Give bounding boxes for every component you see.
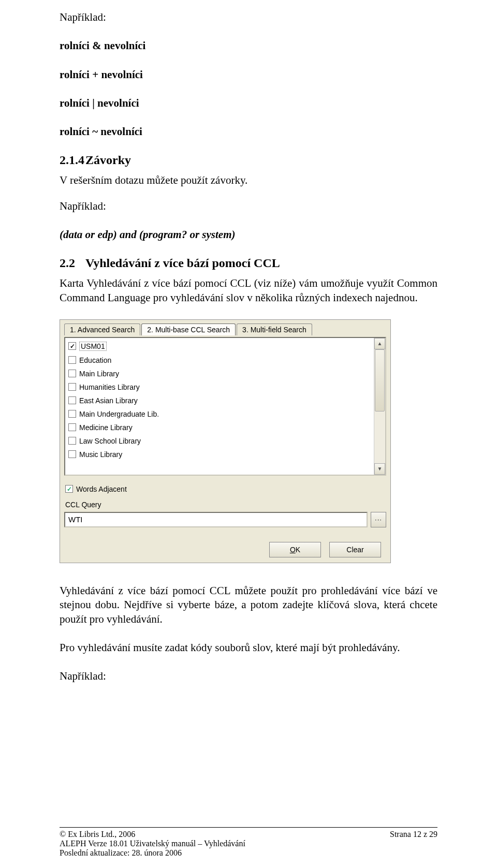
- heading-number-2: 2.2: [60, 256, 85, 270]
- words-adjacent-checkbox[interactable]: [65, 485, 73, 493]
- list-item-checkbox[interactable]: [68, 370, 76, 377]
- paragraph-brackets: V rešeršním dotazu můžete použít závorky…: [60, 173, 437, 187]
- query-example-4: rolníci ~ nevolníci: [60, 125, 437, 139]
- tab-multifield-search[interactable]: 3. Multi-field Search: [237, 323, 312, 335]
- example-label-3: Například:: [60, 669, 437, 683]
- list-item-label: Main Library: [79, 370, 119, 378]
- tab-multibase-ccl[interactable]: 2. Multi-base CCL Search: [141, 323, 236, 335]
- ok-accel: O: [290, 546, 296, 554]
- ok-button[interactable]: OK: [269, 542, 321, 557]
- words-adjacent-row: Words Adjacent: [64, 485, 386, 493]
- ccl-query-label: CCL Query: [65, 501, 386, 509]
- footer-copyright: © Ex Libris Ltd., 2006: [60, 830, 135, 839]
- list-item-label: Medicine Library: [79, 423, 133, 432]
- scroll-thumb[interactable]: [375, 349, 385, 411]
- list-item-label: Music Library: [79, 450, 122, 459]
- list-item[interactable]: USM01: [67, 339, 371, 354]
- paragraph-ccl-codes: Pro vyhledávání musíte zadat kódy soubor…: [60, 641, 437, 655]
- heading-ccl: 2.2Vyhledávání z více bází pomocí CCL: [60, 256, 437, 270]
- tab-strip: 1. Advanced Search 2. Multi-base CCL Sea…: [64, 323, 386, 335]
- query-example-brackets: (data or edp) and (program? or system): [60, 228, 437, 242]
- heading-text: Závorky: [85, 153, 131, 167]
- list-item-label: Law School Library: [79, 437, 141, 445]
- list-item[interactable]: Main Undergraduate Lib.: [67, 407, 371, 421]
- clear-button[interactable]: Clear: [329, 542, 381, 557]
- list-item-checkbox[interactable]: [68, 410, 76, 418]
- heading-text-2: Vyhledávání z více bází pomocí CCL: [85, 256, 280, 270]
- ccl-query-input[interactable]: [64, 512, 368, 527]
- list-item[interactable]: Medicine Library: [67, 421, 371, 434]
- example-label-2: Například:: [60, 199, 437, 213]
- scroll-up-button[interactable]: ▲: [374, 338, 385, 349]
- paragraph-ccl-usage: Vyhledávání z více bází pomocí CCL můžet…: [60, 584, 437, 626]
- listbox-scrollbar[interactable]: ▲ ▼: [374, 338, 385, 475]
- list-item-checkbox[interactable]: [68, 356, 76, 364]
- page-footer: © Ex Libris Ltd., 2006 Strana 12 z 29 AL…: [60, 827, 437, 858]
- list-item-checkbox[interactable]: [68, 423, 76, 431]
- footer-last-update: Poslední aktualizace: 28. února 2006: [60, 848, 437, 858]
- query-example-2: rolníci + nevolníci: [60, 68, 437, 82]
- list-item-label: Humanities Library: [79, 383, 140, 391]
- footer-manual-title: ALEPH Verze 18.01 Uživatelský manuál – V…: [60, 839, 437, 848]
- heading-brackets: 2.1.4Závorky: [60, 153, 437, 167]
- list-item[interactable]: East Asian Library: [67, 394, 371, 407]
- multibase-ccl-dialog: 1. Advanced Search 2. Multi-base CCL Sea…: [60, 319, 391, 563]
- tab-advanced-search[interactable]: 1. Advanced Search: [64, 323, 140, 335]
- query-example-1: rolníci & nevolníci: [60, 39, 437, 53]
- paragraph-ccl-intro: Karta Vyhledávání z více bází pomocí CCL…: [60, 276, 437, 305]
- list-item[interactable]: Music Library: [67, 448, 371, 461]
- footer-page-number: Strana 12 z 29: [390, 830, 437, 839]
- list-item-checkbox[interactable]: [68, 450, 76, 458]
- list-item-checkbox[interactable]: [68, 396, 76, 404]
- list-item-label: Main Undergraduate Lib.: [79, 410, 159, 418]
- example-label: Například:: [60, 10, 437, 24]
- query-example-3: rolníci | nevolníci: [60, 96, 437, 110]
- scroll-track[interactable]: [374, 349, 385, 463]
- list-item[interactable]: Main Library: [67, 367, 371, 380]
- list-item-label: East Asian Library: [79, 396, 138, 405]
- base-listbox[interactable]: USM01EducationMain LibraryHumanities Lib…: [64, 337, 386, 476]
- list-item-checkbox[interactable]: [68, 383, 76, 391]
- heading-number: 2.1.4: [60, 153, 85, 167]
- ok-rest: K: [296, 546, 300, 554]
- list-item-checkbox[interactable]: [68, 437, 76, 445]
- list-item[interactable]: Education: [67, 354, 371, 367]
- list-item-label: USM01: [79, 342, 107, 351]
- words-adjacent-label: Words Adjacent: [76, 485, 127, 493]
- scroll-down-button[interactable]: ▼: [374, 463, 385, 475]
- list-item[interactable]: Law School Library: [67, 434, 371, 448]
- list-item-label: Education: [79, 356, 111, 364]
- list-item-checkbox[interactable]: [68, 342, 76, 350]
- list-item[interactable]: Humanities Library: [67, 380, 371, 394]
- ccl-browse-button[interactable]: ···: [371, 512, 386, 527]
